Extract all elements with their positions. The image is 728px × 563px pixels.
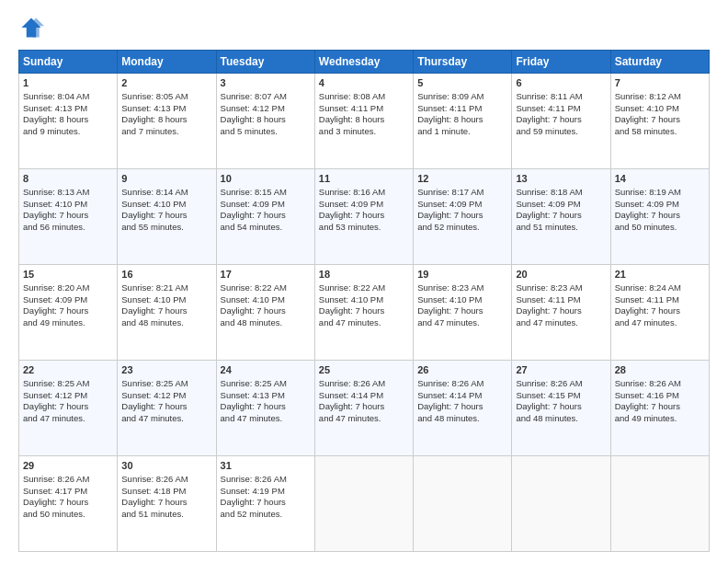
day-info-line: Daylight: 8 hours [221,114,311,126]
calendar-body: 1Sunrise: 8:04 AMSunset: 4:13 PMDaylight… [19,74,710,552]
header-row: SundayMondayTuesdayWednesdayThursdayFrid… [19,51,710,74]
day-info-line: Sunset: 4:16 PM [615,390,705,402]
day-info-line: Sunset: 4:11 PM [516,103,606,115]
day-info-line: Daylight: 7 hours [319,210,409,222]
day-info-line: Daylight: 7 hours [319,401,409,413]
day-info-line: Sunset: 4:14 PM [417,390,507,402]
calendar-cell: 27Sunrise: 8:26 AMSunset: 4:15 PMDayligh… [512,361,610,456]
calendar-cell: 2Sunrise: 8:05 AMSunset: 4:13 PMDaylight… [118,74,216,169]
day-info-line: Sunrise: 8:15 AM [221,187,311,199]
day-info-line: Daylight: 8 hours [23,114,113,126]
calendar-cell: 5Sunrise: 8:09 AMSunset: 4:11 PMDaylight… [414,74,512,169]
day-info-line: Sunset: 4:11 PM [615,294,705,306]
day-number: 8 [23,172,113,186]
calendar-header: SundayMondayTuesdayWednesdayThursdayFrid… [19,51,710,74]
day-info-line: and 51 minutes. [121,509,211,521]
day-number: 21 [615,268,705,282]
day-info-line: Sunset: 4:14 PM [319,390,409,402]
page: SundayMondayTuesdayWednesdayThursdayFrid… [0,0,728,563]
day-info-line: Sunrise: 8:26 AM [23,474,113,486]
day-info-line: Sunrise: 8:19 AM [615,187,705,199]
day-info-line: Sunrise: 8:26 AM [615,378,705,390]
calendar-table: SundayMondayTuesdayWednesdayThursdayFrid… [18,50,710,552]
day-info-line: Daylight: 7 hours [121,305,211,317]
day-info-line: Sunrise: 8:13 AM [23,187,113,199]
header-cell-wednesday: Wednesday [314,51,413,74]
day-info-line: Sunset: 4:17 PM [23,486,113,498]
day-info-line: and 54 minutes. [221,222,311,234]
day-info-line: Sunrise: 8:26 AM [516,378,606,390]
day-info-line: and 50 minutes. [23,509,113,521]
day-number: 4 [319,76,409,90]
day-number: 23 [121,363,211,377]
day-info-line: Sunrise: 8:26 AM [417,378,507,390]
day-number: 24 [221,363,311,377]
day-number: 5 [417,76,507,90]
day-info-line: Daylight: 7 hours [516,114,606,126]
day-info-line: and 52 minutes. [417,222,507,234]
day-info-line: and 48 minutes. [121,317,211,329]
calendar-cell: 9Sunrise: 8:14 AMSunset: 4:10 PMDaylight… [118,169,216,265]
day-number: 18 [319,268,409,282]
calendar-cell: 14Sunrise: 8:19 AMSunset: 4:09 PMDayligh… [610,169,709,265]
calendar-cell: 15Sunrise: 8:20 AMSunset: 4:09 PMDayligh… [19,265,118,361]
day-info-line: Daylight: 7 hours [23,210,113,222]
calendar-cell: 6Sunrise: 8:11 AMSunset: 4:11 PMDaylight… [512,74,610,169]
logo [18,15,48,40]
day-info-line: and 47 minutes. [319,413,409,425]
header-cell-saturday: Saturday [610,51,709,74]
calendar-cell: 31Sunrise: 8:26 AMSunset: 4:19 PMDayligh… [216,456,314,552]
calendar-cell: 21Sunrise: 8:24 AMSunset: 4:11 PMDayligh… [610,265,709,361]
day-number: 10 [221,172,311,186]
day-info-line: Sunset: 4:11 PM [516,294,606,306]
calendar-cell: 29Sunrise: 8:26 AMSunset: 4:17 PMDayligh… [19,456,118,552]
day-number: 12 [417,172,507,186]
day-info-line: and 48 minutes. [221,317,311,329]
calendar-cell: 11Sunrise: 8:16 AMSunset: 4:09 PMDayligh… [314,169,413,265]
day-info-line: Sunset: 4:15 PM [516,390,606,402]
day-number: 20 [516,268,606,282]
calendar-cell: 18Sunrise: 8:22 AMSunset: 4:10 PMDayligh… [314,265,413,361]
calendar-cell [314,456,413,552]
calendar-cell [610,456,709,552]
day-info-line: Sunset: 4:11 PM [417,103,507,115]
calendar-cell: 28Sunrise: 8:26 AMSunset: 4:16 PMDayligh… [610,361,709,456]
calendar-cell: 24Sunrise: 8:25 AMSunset: 4:13 PMDayligh… [216,361,314,456]
day-number: 31 [221,459,311,473]
day-number: 26 [417,363,507,377]
day-info-line: and 9 minutes. [23,126,113,138]
day-info-line: Sunset: 4:09 PM [319,199,409,211]
calendar-cell: 8Sunrise: 8:13 AMSunset: 4:10 PMDaylight… [19,169,118,265]
calendar-cell: 17Sunrise: 8:22 AMSunset: 4:10 PMDayligh… [216,265,314,361]
day-info-line: and 51 minutes. [516,222,606,234]
day-info-line: Sunrise: 8:18 AM [516,187,606,199]
day-info-line: Sunrise: 8:12 AM [615,91,705,103]
day-info-line: and 47 minutes. [615,317,705,329]
calendar-cell: 13Sunrise: 8:18 AMSunset: 4:09 PMDayligh… [512,169,610,265]
day-info-line: Sunset: 4:12 PM [23,390,113,402]
header-cell-thursday: Thursday [414,51,512,74]
day-info-line: Sunset: 4:10 PM [615,103,705,115]
day-info-line: Daylight: 7 hours [516,305,606,317]
day-info-line: and 48 minutes. [516,413,606,425]
day-info-line: Daylight: 8 hours [121,114,211,126]
day-info-line: Daylight: 7 hours [121,210,211,222]
day-info-line: Sunset: 4:13 PM [221,390,311,402]
day-info-line: Sunset: 4:09 PM [615,199,705,211]
header-cell-sunday: Sunday [19,51,118,74]
day-info-line: Sunset: 4:11 PM [319,103,409,115]
day-info-line: Daylight: 7 hours [417,210,507,222]
day-info-line: Daylight: 7 hours [516,210,606,222]
day-info-line: Daylight: 7 hours [319,305,409,317]
day-info-line: and 59 minutes. [516,126,606,138]
calendar-cell: 12Sunrise: 8:17 AMSunset: 4:09 PMDayligh… [414,169,512,265]
day-info-line: Sunrise: 8:22 AM [319,282,409,294]
calendar-cell: 20Sunrise: 8:23 AMSunset: 4:11 PMDayligh… [512,265,610,361]
calendar-cell: 19Sunrise: 8:23 AMSunset: 4:10 PMDayligh… [414,265,512,361]
day-number: 14 [615,172,705,186]
day-info-line: and 5 minutes. [221,126,311,138]
day-info-line: Sunrise: 8:17 AM [417,187,507,199]
day-info-line: Sunset: 4:10 PM [23,199,113,211]
day-info-line: Sunrise: 8:26 AM [121,474,211,486]
day-info-line: Daylight: 7 hours [121,401,211,413]
